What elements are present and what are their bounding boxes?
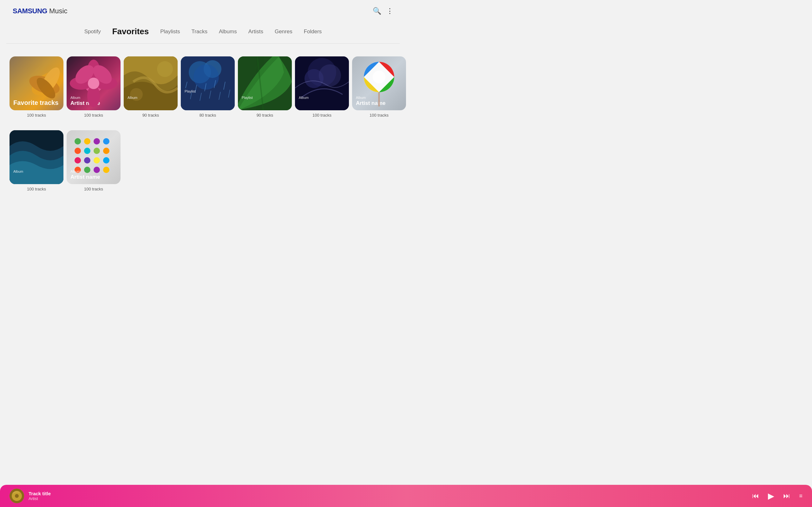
card-tracks-album-6: 100 tracks xyxy=(84,187,103,191)
nav-item-artists[interactable]: Artists xyxy=(248,27,263,36)
card-type-playlist-nature: Playlist xyxy=(242,95,288,100)
card-type-album-4: Album xyxy=(356,95,402,100)
card-image-album-4: Album Artist name xyxy=(352,56,406,110)
svg-point-40 xyxy=(94,138,100,145)
nav-item-folders[interactable]: Folders xyxy=(304,27,322,36)
main-nav: Spotify Favorites Playlists Tracks Album… xyxy=(0,22,406,43)
svg-point-43 xyxy=(84,148,90,154)
water-decoration xyxy=(9,130,63,184)
header: SAMSUNG Music 🔍 ⋮ xyxy=(0,0,406,22)
svg-point-11 xyxy=(88,78,99,89)
card-type-album-6: Album xyxy=(70,169,117,174)
svg-point-39 xyxy=(84,138,90,145)
card-type-album-1: Album xyxy=(70,95,117,100)
card-type-album-5: Album xyxy=(13,169,60,174)
orange-flower-decoration xyxy=(19,56,63,110)
svg-point-46 xyxy=(74,157,81,164)
svg-point-35 xyxy=(373,71,386,83)
card-image-album-5: Album Artist name xyxy=(9,130,63,184)
nav-item-albums[interactable]: Albums xyxy=(219,27,237,36)
card-tracks-album-4: 100 tracks xyxy=(369,113,389,118)
logo: SAMSUNG Music xyxy=(13,7,67,15)
favorites-grid: Favorite tracks 100 tracks xyxy=(0,44,406,229)
pink-flower-decoration xyxy=(68,58,119,109)
svg-point-18 xyxy=(194,64,219,90)
more-options-icon[interactable]: ⋮ xyxy=(386,7,393,15)
card-album-2[interactable]: Album Artist name 90 tracks xyxy=(124,56,177,118)
nav-item-favorites[interactable]: Favorites xyxy=(112,25,149,38)
svg-point-45 xyxy=(103,148,109,154)
card-tracks-album-2: 90 tracks xyxy=(142,113,159,118)
search-icon[interactable]: 🔍 xyxy=(373,7,381,15)
svg-point-49 xyxy=(103,157,109,164)
card-album-4[interactable]: Album Artist name 100 tracks xyxy=(352,56,406,118)
card-tracks-album-5: 100 tracks xyxy=(27,187,46,191)
card-album-1[interactable]: Album Artist name 100 tracks xyxy=(67,56,120,118)
ice-decoration xyxy=(295,56,349,110)
card-image-album-3: Album Artist name xyxy=(295,56,349,110)
card-playlist-nature[interactable]: Playlist Nature Sounds 90 tracks xyxy=(238,56,292,118)
card-type-album-2: Album xyxy=(128,95,174,100)
grid-row-1: Favorite tracks 100 tracks xyxy=(6,50,400,124)
nav-item-playlists[interactable]: Playlists xyxy=(160,27,180,36)
card-image-album-6: Album Artist name xyxy=(67,130,120,184)
card-tracks-album-1: 100 tracks xyxy=(84,113,103,118)
card-type-album-3: Album xyxy=(299,95,345,100)
card-album-3[interactable]: Album Artist name 100 tracks xyxy=(295,56,349,118)
card-playlist-jazz[interactable]: Playlist Contemporary Jazz 80 tracks xyxy=(181,56,235,118)
card-album-6[interactable]: Album Artist name 100 tracks xyxy=(67,130,120,191)
card-tracks-album-3: 100 tracks xyxy=(312,113,332,118)
card-favorite-tracks[interactable]: Favorite tracks 100 tracks xyxy=(9,56,63,118)
card-tracks-favorite-tracks: 100 tracks xyxy=(27,113,46,118)
logo-samsung: SAMSUNG xyxy=(13,7,47,15)
card-tracks-playlist-jazz: 80 tracks xyxy=(200,113,216,118)
svg-point-48 xyxy=(94,157,100,164)
svg-point-14 xyxy=(157,61,173,77)
svg-point-47 xyxy=(84,157,90,164)
svg-point-42 xyxy=(74,148,81,154)
rain-decoration xyxy=(181,56,235,110)
nav-item-tracks[interactable]: Tracks xyxy=(192,27,207,36)
card-image-favorite-tracks: Favorite tracks xyxy=(9,56,63,110)
nav-item-spotify[interactable]: Spotify xyxy=(84,27,101,36)
svg-point-44 xyxy=(94,148,100,154)
header-icons: 🔍 ⋮ xyxy=(373,7,393,15)
card-image-playlist-jazz: Playlist Contemporary Jazz xyxy=(181,56,235,110)
nav-item-genres[interactable]: Genres xyxy=(275,27,293,36)
card-image-album-1: Album Artist name xyxy=(67,56,120,110)
grid-row-2: Album Artist name 100 tracks xyxy=(6,124,400,198)
svg-point-41 xyxy=(103,138,109,145)
card-image-album-2: Album Artist name xyxy=(124,56,177,110)
card-tracks-playlist-nature: 90 tracks xyxy=(257,113,273,118)
logo-music: Music xyxy=(49,7,67,15)
leaf-decoration xyxy=(238,56,292,110)
svg-point-38 xyxy=(74,138,81,145)
card-image-playlist-nature: Playlist Nature Sounds xyxy=(238,56,292,110)
card-album-5[interactable]: Album Artist name 100 tracks xyxy=(9,130,63,191)
paint-decoration xyxy=(124,56,177,110)
card-type-playlist-jazz: Playlist xyxy=(185,89,231,94)
svg-point-33 xyxy=(319,64,341,87)
